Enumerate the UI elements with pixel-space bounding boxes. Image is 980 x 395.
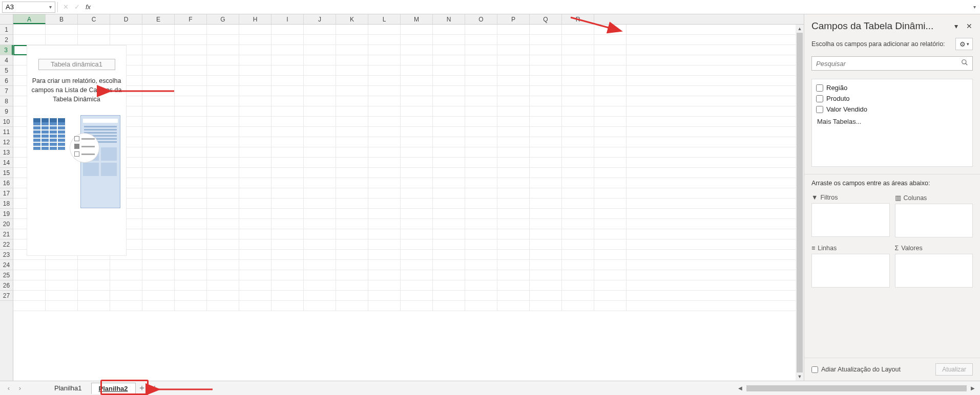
row-header-7[interactable]: 7 (0, 86, 13, 96)
update-button[interactable]: Atualizar (935, 363, 973, 376)
field-list: Região Produto Valor Vendido Mais Tabela… (811, 79, 973, 167)
field-search-box[interactable] (811, 56, 973, 71)
row-header-25[interactable]: 25 (0, 270, 13, 280)
column-header-b[interactable]: B (46, 14, 78, 24)
column-header-p[interactable]: P (497, 14, 530, 24)
select-all-corner[interactable] (0, 14, 13, 24)
fx-button[interactable]: fx (82, 2, 94, 13)
row-header-13[interactable]: 13 (0, 147, 13, 158)
search-icon (961, 59, 968, 68)
new-sheet-button[interactable]: ＋ (137, 383, 147, 393)
field-item-valor-vendido[interactable]: Valor Vendido (816, 104, 968, 115)
column-header-i[interactable]: I (272, 14, 304, 24)
row-header-14[interactable]: 14 (0, 158, 13, 168)
row-header-3[interactable]: 3 (0, 45, 13, 55)
column-header-f[interactable]: F (175, 14, 207, 24)
column-header-n[interactable]: N (433, 14, 465, 24)
row-header-22[interactable]: 22 (0, 239, 13, 250)
row-header-20[interactable]: 20 (0, 219, 13, 229)
panel-title: Campos da Tabela Dinâmi... (811, 20, 948, 32)
drop-area-values[interactable]: ΣValores (895, 243, 973, 288)
row-header-6[interactable]: 6 (0, 76, 13, 86)
horizontal-scrollbar[interactable]: ◀ ▶ (736, 385, 977, 391)
row-header-23[interactable]: 23 (0, 250, 13, 260)
next-sheet-button[interactable]: › (14, 384, 26, 392)
formula-input[interactable] (94, 2, 973, 13)
row-header-11[interactable]: 11 (0, 127, 13, 137)
field-checkbox[interactable] (816, 95, 823, 102)
field-item-regiao[interactable]: Região (816, 82, 968, 93)
column-header-j[interactable]: J (304, 14, 336, 24)
column-header-h[interactable]: H (239, 14, 272, 24)
chevron-down-icon[interactable]: ▾ (49, 4, 52, 10)
row-header-26[interactable]: 26 (0, 280, 13, 291)
column-header-r[interactable]: R (562, 14, 594, 24)
panel-layout-options-button[interactable]: ⚙▾ (955, 38, 973, 50)
row-header-4[interactable]: 4 (0, 55, 13, 65)
row-header-19[interactable]: 19 (0, 209, 13, 219)
sheet-tab-planilha2[interactable]: Planilha2 (91, 383, 136, 394)
drop-area-filters[interactable]: ▼Filtros (811, 192, 890, 237)
accept-formula-button[interactable]: ✓ (71, 2, 82, 13)
row-header-2[interactable]: 2 (0, 35, 13, 45)
row-header-24[interactable]: 24 (0, 260, 13, 270)
field-checkbox[interactable] (816, 84, 823, 92)
column-header-l[interactable]: L (368, 14, 401, 24)
scroll-left-button[interactable]: ◀ (736, 385, 744, 391)
panel-collapse-button[interactable]: ▾ (950, 20, 962, 32)
sheet-tab-planilha1[interactable]: Planilha1 (47, 383, 89, 393)
vertical-scrollbar[interactable]: ▲ ▼ (796, 25, 804, 381)
field-item-produto[interactable]: Produto (816, 93, 968, 104)
panel-close-button[interactable]: ✕ (964, 20, 975, 32)
column-header-g[interactable]: G (207, 14, 239, 24)
scroll-right-button[interactable]: ▶ (969, 385, 977, 391)
drop-area-label: Filtros (820, 194, 838, 201)
sheet-tab-menu-button[interactable]: ⋮ (147, 384, 162, 392)
column-header-a[interactable]: A (13, 14, 46, 24)
scroll-up-button[interactable]: ▲ (796, 25, 804, 33)
drop-area-label: Valores (901, 245, 922, 252)
row-header-8[interactable]: 8 (0, 96, 13, 106)
drag-areas-label: Arraste os campos entre as áreas abaixo: (804, 174, 980, 192)
separator (57, 2, 58, 12)
row-header-18[interactable]: 18 (0, 199, 13, 209)
column-header-k[interactable]: K (336, 14, 368, 24)
row-header-15[interactable]: 15 (0, 168, 13, 178)
column-header-e[interactable]: E (142, 14, 175, 24)
name-box[interactable]: A3 ▾ (2, 2, 55, 13)
sheet-tab-bar: ‹ › Planilha1 Planilha2 ＋ ⋮ ◀ ▶ (0, 381, 980, 395)
scroll-down-button[interactable]: ▼ (796, 372, 804, 381)
row-header-10[interactable]: 10 (0, 117, 13, 127)
drop-area-label: Colunas (904, 194, 927, 202)
column-header-q[interactable]: Q (530, 14, 562, 24)
row-header-1[interactable]: 1 (0, 25, 13, 35)
pivot-table-placeholder[interactable]: Tabela dinâmica1 Para criar um relatório… (27, 45, 127, 256)
row-header-16[interactable]: 16 (0, 178, 13, 188)
spreadsheet-grid[interactable]: ABCDEFGHIJKLMNOPQR 123456789101112131415… (0, 14, 804, 381)
pivot-placeholder-message: Para criar um relatório, escolha campos … (27, 73, 126, 107)
defer-layout-checkbox[interactable] (811, 366, 818, 373)
column-header-o[interactable]: O (465, 14, 497, 24)
defer-layout-label: Adiar Atualização do Layout (821, 366, 901, 373)
more-tables-link[interactable]: Mais Tabelas... (816, 115, 968, 125)
prev-sheet-button[interactable]: ‹ (3, 384, 14, 392)
cancel-formula-button[interactable]: ✕ (60, 2, 71, 13)
field-search-input[interactable] (816, 60, 961, 68)
column-header-m[interactable]: M (401, 14, 433, 24)
drop-area-columns[interactable]: ▥Colunas (895, 192, 973, 237)
column-header-c[interactable]: C (78, 14, 110, 24)
drop-area-rows[interactable]: ≡Linhas (811, 243, 890, 288)
column-header-d[interactable]: D (110, 14, 142, 24)
field-label: Valor Vendido (826, 105, 867, 113)
field-label: Região (826, 84, 847, 92)
row-header-9[interactable]: 9 (0, 106, 13, 117)
row-header-17[interactable]: 17 (0, 188, 13, 199)
vertical-scroll-thumb[interactable] (797, 33, 803, 372)
horizontal-scroll-thumb[interactable] (746, 385, 967, 391)
expand-formula-bar-button[interactable]: ▾ (973, 4, 976, 10)
row-header-12[interactable]: 12 (0, 137, 13, 147)
row-header-21[interactable]: 21 (0, 229, 13, 239)
row-header-27[interactable]: 27 (0, 291, 13, 301)
field-checkbox[interactable] (816, 106, 823, 113)
row-header-5[interactable]: 5 (0, 65, 13, 76)
